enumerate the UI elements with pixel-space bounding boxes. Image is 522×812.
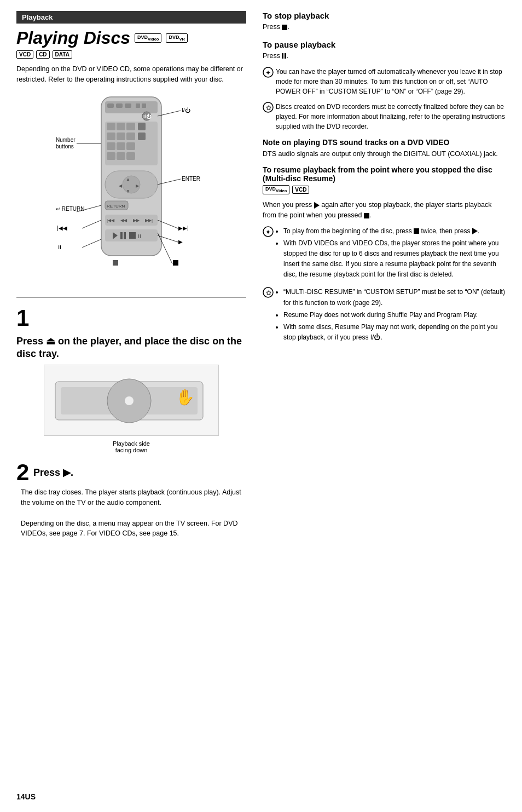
resume-title: To resume playback from the point where … bbox=[263, 165, 506, 183]
disc-image: ✋ bbox=[44, 365, 219, 436]
svg-rect-5 bbox=[136, 103, 140, 108]
stop-title: To stop playback bbox=[263, 11, 506, 20]
svg-text:ENTER: ENTER bbox=[182, 176, 200, 182]
main-title: Playing Discs bbox=[16, 28, 130, 48]
note2-content: “MULTI-DISC RESUME” in “CUSTOM SETUP” mu… bbox=[276, 287, 506, 344]
svg-rect-20 bbox=[138, 133, 146, 140]
svg-text:▶▶|: ▶▶| bbox=[145, 218, 153, 223]
title-row: Playing Discs DVDVideo DVDVR bbox=[16, 28, 246, 48]
disc-svg: ✋ bbox=[44, 365, 214, 431]
resume-badge-dvdvideo: DVDVideo bbox=[263, 185, 289, 194]
svg-rect-44 bbox=[129, 232, 136, 239]
step1-block: 1 Press ⏏ on the player, and place the d… bbox=[16, 307, 246, 454]
left-divider bbox=[16, 297, 246, 298]
tip1-block: ✦ You can have the player turned off aut… bbox=[263, 67, 506, 96]
svg-rect-3 bbox=[116, 103, 123, 108]
svg-rect-63 bbox=[113, 260, 118, 266]
svg-text:▶▶: ▶▶ bbox=[133, 218, 140, 223]
note1-block: ✿ Discs created on DVD recorders must be… bbox=[263, 102, 506, 131]
tip1-content: You can have the player turned off autom… bbox=[276, 67, 506, 96]
svg-text:✦: ✦ bbox=[265, 228, 271, 236]
svg-text:⏸: ⏸ bbox=[137, 233, 142, 239]
badge-dvdvr: DVDVR bbox=[166, 33, 187, 43]
resume-body: When you press again after you stop play… bbox=[263, 200, 506, 221]
badge-data: DATA bbox=[53, 50, 72, 59]
tip2-item-2: With DVD VIDEOs and VIDEO CDs, the playe… bbox=[283, 238, 506, 280]
svg-point-69 bbox=[125, 396, 134, 405]
note2-icon: ✿ bbox=[263, 287, 274, 300]
svg-rect-15 bbox=[126, 123, 135, 130]
svg-text:▶: ▶ bbox=[178, 239, 183, 245]
step1-number: 1 bbox=[16, 307, 29, 330]
resume-badge-vcd: VCD bbox=[292, 186, 309, 194]
badge-dvdvideo: DVDVideo bbox=[135, 33, 161, 43]
stop-symbol-tip2 bbox=[414, 228, 419, 234]
svg-line-55 bbox=[82, 220, 101, 228]
svg-rect-6 bbox=[142, 103, 146, 108]
svg-text:|◀◀: |◀◀ bbox=[57, 225, 67, 231]
pause-body: Press . bbox=[263, 51, 506, 61]
note2-item-1: “MULTI-DISC RESUME” in “CUSTOM SETUP” mu… bbox=[283, 287, 506, 308]
svg-text:I/⏻: I/⏻ bbox=[182, 107, 190, 113]
left-column: Playback Playing Discs DVDVideo DVDVR VC… bbox=[16, 11, 246, 546]
stop-symbol bbox=[282, 25, 287, 30]
step2-heading: 2 Press ▶. bbox=[16, 461, 246, 484]
tip1-icon: ✦ bbox=[263, 67, 274, 79]
stop-body: Press . bbox=[263, 22, 506, 32]
svg-rect-43 bbox=[124, 232, 126, 239]
svg-text:▶▶|: ▶▶| bbox=[178, 225, 189, 231]
svg-rect-26 bbox=[126, 152, 135, 160]
svg-text:▼: ▼ bbox=[126, 189, 130, 194]
svg-rect-24 bbox=[107, 152, 115, 160]
step2-instruction: Press ▶. bbox=[33, 461, 73, 479]
svg-rect-65 bbox=[173, 260, 178, 266]
badge-row-bottom: VCD CD DATA bbox=[16, 50, 246, 59]
svg-rect-23 bbox=[126, 142, 135, 150]
play-symbol-inline bbox=[314, 202, 320, 209]
resume-badges: DVDVideo VCD bbox=[263, 185, 506, 194]
svg-text:✋: ✋ bbox=[176, 388, 195, 406]
playback-label: Playback side facing down bbox=[16, 440, 246, 453]
pause-symbol bbox=[282, 53, 286, 59]
tip2-list: To play from the beginning of the disc, … bbox=[283, 226, 506, 280]
note1-icon: ✿ bbox=[263, 102, 274, 114]
remote-diagram: I/⏻ 1 2 3 bbox=[55, 91, 208, 289]
svg-text:buttons: buttons bbox=[56, 143, 74, 149]
svg-text:|◀◀: |◀◀ bbox=[107, 218, 115, 223]
note2-item-3: With some discs, Resume Play may not wor… bbox=[283, 322, 506, 343]
svg-text:◀: ◀ bbox=[119, 183, 123, 188]
svg-rect-11 bbox=[107, 123, 115, 130]
note2-list: “MULTI-DISC RESUME” in “CUSTOM SETUP” mu… bbox=[283, 287, 506, 343]
tip2-content: To play from the beginning of the disc, … bbox=[276, 226, 506, 282]
tip2-item-1: To play from the beginning of the disc, … bbox=[283, 226, 506, 237]
svg-rect-4 bbox=[125, 103, 131, 108]
dts-body: DTS audio signals are output only throug… bbox=[263, 149, 506, 159]
badge-vcd: VCD bbox=[16, 50, 33, 59]
step2-body: The disc tray closes. The player starts … bbox=[21, 487, 246, 539]
page-number: 14US bbox=[16, 792, 36, 801]
svg-rect-17 bbox=[107, 133, 115, 140]
stop-symbol-inline bbox=[364, 213, 369, 218]
pause-title: To pause playback bbox=[263, 40, 506, 49]
tip2-icon: ✦ bbox=[263, 226, 274, 239]
badge-cd: CD bbox=[36, 50, 49, 59]
svg-text:Number: Number bbox=[56, 137, 76, 143]
play-symbol-tip2 bbox=[472, 228, 478, 234]
intro-text: Depending on the DVD or VIDEO CD, some o… bbox=[16, 64, 246, 85]
svg-text:✦: ✦ bbox=[265, 69, 271, 77]
section-label: Playback bbox=[22, 13, 53, 21]
svg-text:✿: ✿ bbox=[266, 104, 271, 112]
svg-rect-22 bbox=[117, 142, 125, 150]
svg-rect-21 bbox=[107, 142, 115, 150]
note1-content: Discs created on DVD recorders must be c… bbox=[276, 102, 506, 131]
svg-rect-19 bbox=[126, 133, 135, 140]
svg-rect-2 bbox=[107, 103, 114, 108]
svg-text:▶: ▶ bbox=[136, 183, 140, 188]
note2-item-2: Resume Play does not work during Shuffle… bbox=[283, 310, 506, 320]
svg-text:↩ RETURN: ↩ RETURN bbox=[56, 206, 84, 212]
note2-block: ✿ “MULTI-DISC RESUME” in “CUSTOM SETUP” … bbox=[263, 287, 506, 344]
svg-rect-18 bbox=[117, 133, 125, 140]
step1-instruction: Press ⏏ on the player, and place the dis… bbox=[16, 330, 246, 361]
svg-line-61 bbox=[82, 239, 101, 247]
right-column: To stop playback Press . To pause playba… bbox=[263, 11, 506, 546]
